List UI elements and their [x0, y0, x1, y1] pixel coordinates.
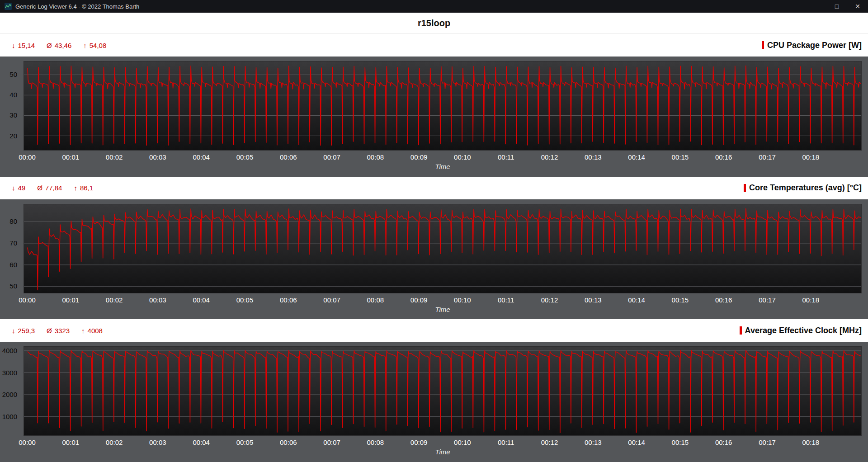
x-tick-label: 00:11: [498, 153, 514, 161]
stat-min: ↓ 259,3: [12, 327, 35, 335]
x-tick-label: 00:00: [19, 438, 36, 446]
chart-panel-cpu-power: 20304050 00:0000:0100:0200:0300:0400:050…: [0, 57, 868, 177]
x-axis-labels: 00:0000:0100:0200:0300:0400:0500:0600:07…: [24, 436, 862, 448]
chart-svg: [24, 61, 861, 150]
x-tick-label: 00:05: [236, 153, 254, 161]
y-tick-label: 80: [9, 217, 17, 225]
x-tick-label: 00:04: [193, 296, 210, 304]
x-tick-label: 00:04: [193, 438, 210, 446]
x-tick-label: 00:13: [585, 438, 602, 446]
series-line: [28, 350, 861, 433]
minimize-button[interactable]: –: [806, 0, 826, 13]
min-arrow-icon: ↓: [12, 327, 15, 335]
x-tick-label: 00:14: [628, 438, 645, 446]
stats-group: ↓ 15,14 Ø 43,46 ↑ 54,08: [12, 42, 106, 49]
x-tick-label: 00:08: [367, 296, 384, 304]
chart-svg: [24, 347, 861, 435]
chart-section-core-temps: ↓ 49 Ø 77,84 ↑ 86,1 Core Temperatures (a…: [0, 177, 868, 320]
x-tick-label: 00:09: [410, 296, 428, 304]
x-tick-label: 00:16: [715, 438, 732, 446]
x-tick-label: 00:01: [62, 296, 80, 304]
chart-section-cpu-power: ↓ 15,14 Ø 43,46 ↑ 54,08 CPU Package Powe…: [0, 34, 868, 177]
x-tick-label: 00:10: [454, 296, 471, 304]
series-color-swatch: [744, 184, 746, 192]
stat-min: ↓ 49: [12, 184, 25, 192]
y-tick-label: 40: [9, 91, 17, 99]
chart-title: Average Effective Clock [MHz]: [745, 326, 862, 335]
stat-avg-value: 3323: [55, 327, 70, 335]
x-tick-label: 00:14: [628, 153, 645, 161]
max-arrow-icon: ↑: [74, 184, 77, 192]
stat-min-value: 15,14: [18, 42, 35, 49]
series-line: [28, 66, 861, 146]
x-tick-label: 00:00: [19, 153, 36, 161]
y-axis-labels: 50607080: [0, 204, 20, 293]
y-tick-label: 60: [9, 260, 17, 268]
chart-svg: [24, 204, 861, 293]
x-tick-label: 00:06: [280, 153, 297, 161]
stat-avg-value: 43,46: [55, 42, 72, 49]
x-tick-label: 00:07: [323, 153, 340, 161]
stat-avg: Ø 43,46: [47, 42, 71, 49]
x-axis-title: Time: [24, 448, 862, 458]
close-button[interactable]: ✕: [847, 0, 868, 13]
average-icon: Ø: [37, 184, 42, 192]
stat-avg: Ø 3323: [47, 327, 70, 335]
x-tick-label: 00:13: [585, 153, 602, 161]
x-axis-title: Time: [24, 163, 862, 173]
x-tick-label: 00:01: [62, 153, 80, 161]
x-tick-label: 00:11: [498, 296, 514, 304]
x-tick-label: 00:12: [541, 438, 558, 446]
stat-min: ↓ 15,14: [12, 42, 35, 49]
x-tick-label: 00:15: [672, 153, 689, 161]
x-tick-label: 00:16: [715, 296, 732, 304]
y-tick-label: 30: [9, 111, 17, 119]
x-tick-label: 00:18: [802, 296, 820, 304]
x-tick-label: 00:14: [628, 296, 645, 304]
x-tick-label: 00:06: [280, 438, 297, 446]
x-axis-title: Time: [24, 306, 862, 316]
stats-row-core-temps: ↓ 49 Ø 77,84 ↑ 86,1 Core Temperatures (a…: [0, 177, 868, 199]
x-tick-label: 00:07: [323, 296, 340, 304]
charts-container: ↓ 15,14 Ø 43,46 ↑ 54,08 CPU Package Powe…: [0, 34, 868, 462]
x-tick-label: 00:13: [585, 296, 602, 304]
window-controls: – □ ✕: [806, 0, 868, 13]
x-tick-label: 00:03: [149, 438, 166, 446]
x-tick-label: 00:04: [193, 153, 210, 161]
max-arrow-icon: ↑: [83, 42, 87, 49]
plot-area-cpu-power[interactable]: [24, 61, 862, 151]
plot-area-core-temps[interactable]: [24, 204, 862, 293]
x-tick-label: 00:05: [236, 438, 254, 446]
stat-avg-value: 77,84: [45, 184, 62, 192]
x-tick-label: 00:17: [759, 438, 776, 446]
x-tick-label: 00:02: [106, 153, 123, 161]
series-color-swatch: [740, 326, 742, 335]
min-arrow-icon: ↓: [12, 42, 15, 49]
x-tick-label: 00:06: [280, 296, 297, 304]
average-icon: Ø: [47, 327, 52, 335]
stats-row-cpu-power: ↓ 15,14 Ø 43,46 ↑ 54,08 CPU Package Powe…: [0, 34, 868, 57]
x-tick-label: 00:09: [410, 153, 428, 161]
stat-max-value: 54,08: [90, 42, 107, 49]
y-axis-labels: 20304050: [0, 61, 20, 151]
chart-panel-effective-clock: 1000200030004000 00:0000:0100:0200:0300:…: [0, 342, 868, 462]
chart-panel-core-temps: 50607080 00:0000:0100:0200:0300:0400:050…: [0, 199, 868, 320]
x-tick-label: 00:03: [149, 153, 166, 161]
x-tick-label: 00:00: [19, 296, 36, 304]
max-arrow-icon: ↑: [81, 327, 85, 335]
stats-row-effective-clock: ↓ 259,3 Ø 3323 ↑ 4008 Average Effective …: [0, 319, 868, 342]
y-tick-label: 3000: [2, 368, 17, 376]
x-tick-label: 00:10: [454, 438, 471, 446]
y-tick-label: 4000: [2, 347, 17, 354]
series-legend: CPU Package Power [W]: [762, 41, 862, 50]
maximize-button[interactable]: □: [826, 0, 847, 13]
x-tick-label: 00:03: [149, 296, 166, 304]
min-arrow-icon: ↓: [12, 184, 15, 192]
x-tick-label: 00:01: [62, 438, 80, 446]
series-line: [28, 208, 861, 290]
stat-min-value: 259,3: [18, 327, 35, 335]
chart-title: Core Temperatures (avg) [°C]: [749, 183, 862, 193]
y-tick-label: 50: [9, 282, 17, 290]
titlebar: Generic Log Viewer 6.4 - © 2022 Thomas B…: [0, 0, 868, 13]
plot-area-effective-clock[interactable]: [24, 346, 862, 436]
